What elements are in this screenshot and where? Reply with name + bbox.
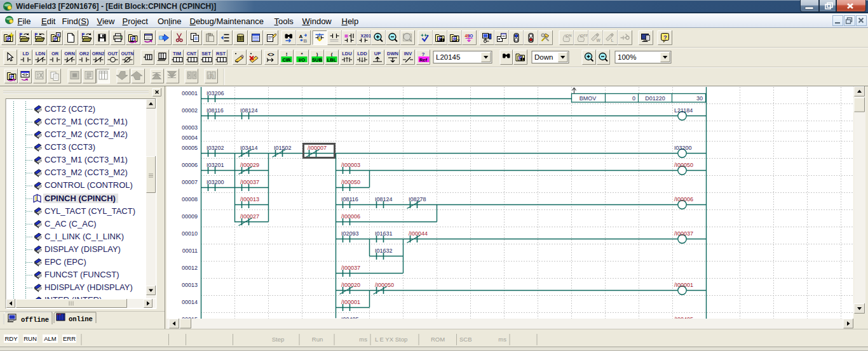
svg-text:DWN: DWN: [387, 51, 398, 56]
svg-text:/I00050: /I00050: [341, 179, 360, 185]
svg-text:CCT3_M2 (CCT3_M2): CCT3_M2 (CCT3_M2): [44, 168, 128, 177]
svg-text:I03200: I03200: [674, 145, 692, 151]
svg-text:<>: <>: [268, 51, 275, 58]
svg-text:00007: 00007: [182, 179, 198, 185]
svg-text:LDU: LDU: [342, 51, 351, 56]
svg-text:L: L: [611, 38, 614, 43]
svg-text:00008: 00008: [182, 196, 198, 202]
svg-text:UP: UP: [374, 51, 381, 56]
svg-text:00012: 00012: [182, 265, 198, 271]
svg-text:CIR: CIR: [283, 57, 292, 63]
svg-text:Ref: Ref: [419, 57, 428, 63]
svg-text:?: ?: [422, 51, 425, 57]
svg-text:OR: OR: [51, 51, 59, 56]
svg-text:LD: LD: [23, 51, 30, 56]
svg-text:ORN2: ORN2: [92, 51, 105, 56]
svg-text:100%: 100%: [618, 53, 636, 61]
svg-text:A: A: [299, 34, 303, 39]
svg-text:FUNCST (FUNCST): FUNCST (FUNCST): [44, 270, 119, 279]
svg-text:CCT3_M1 (CCT3_M1): CCT3_M1 (CCT3_M1): [44, 155, 128, 164]
svg-text:/I00006: /I00006: [341, 213, 360, 220]
svg-text:X201: X201: [361, 34, 371, 38]
svg-text:OUT: OUT: [108, 51, 118, 56]
svg-text:D01220: D01220: [645, 95, 665, 102]
svg-text:/I00037: /I00037: [341, 265, 360, 271]
svg-text:CCT3 (CCT3): CCT3 (CCT3): [44, 142, 95, 152]
svg-text:L E YX Stop: L E YX Stop: [375, 336, 407, 343]
svg-text:K: K: [57, 33, 60, 37]
svg-text:CCT2_M1 (CCT2_M1): CCT2_M1 (CCT2_M1): [44, 117, 128, 126]
svg-text:/I00006: /I00006: [674, 196, 693, 202]
svg-text:ms: ms: [359, 336, 367, 343]
svg-text:/I00020: /I00020: [341, 282, 360, 288]
svg-text:RST: RST: [216, 51, 226, 56]
svg-text:HDISPLAY (HDISPLAY): HDISPLAY (HDISPLAY): [44, 282, 133, 292]
svg-text:SET: SET: [201, 51, 211, 56]
svg-text:00013: 00013: [182, 282, 198, 288]
svg-text:LDD: LDD: [357, 51, 367, 56]
svg-text:L20145: L20145: [436, 53, 460, 61]
svg-text:CYL_TACT (CYL_TACT): CYL_TACT (CYL_TACT): [44, 206, 135, 216]
svg-text:00014: 00014: [182, 299, 198, 305]
svg-text:OR2: OR2: [79, 51, 89, 56]
svg-text:CNT: CNT: [187, 51, 197, 56]
svg-text:C_AC (C_AC): C_AC (C_AC): [44, 219, 97, 228]
svg-text:/I00037: /I00037: [240, 179, 259, 185]
svg-text:BMOV: BMOV: [580, 95, 597, 102]
svg-text:P: P: [35, 32, 38, 37]
svg-text:C_I_LINK (C_I_LINK): C_I_LINK (C_I_LINK): [44, 232, 124, 241]
svg-text:/I00044: /I00044: [409, 230, 428, 237]
svg-text:I/O: I/O: [299, 57, 305, 63]
svg-text:ROM: ROM: [431, 336, 445, 343]
svg-text:ALM: ALM: [44, 335, 57, 342]
svg-text:00003: 00003: [182, 124, 198, 131]
svg-text:RUN: RUN: [24, 335, 37, 342]
svg-text:00006: 00006: [182, 162, 198, 168]
svg-text:offline: offline: [21, 316, 49, 324]
svg-text:ORN: ORN: [64, 51, 75, 56]
svg-text:00010: 00010: [182, 230, 198, 237]
svg-text:W: W: [597, 38, 601, 43]
svg-text:Step: Step: [272, 336, 285, 343]
svg-text:SUB: SUB: [312, 57, 322, 63]
svg-text:ERR: ERR: [63, 335, 76, 342]
svg-text:00002: 00002: [182, 107, 198, 114]
svg-text:00009: 00009: [182, 213, 198, 220]
svg-text:LDN: LDN: [36, 51, 45, 56]
svg-text:RDY: RDY: [4, 335, 18, 342]
svg-text:0: 0: [632, 95, 635, 102]
svg-text:CCT2 (CCT2): CCT2 (CCT2): [44, 104, 95, 114]
svg-text:OUTN: OUTN: [121, 51, 134, 56]
svg-text:TIM: TIM: [173, 51, 181, 56]
svg-text:/I00013: /I00013: [240, 196, 259, 202]
svg-text:OFF: OFF: [581, 34, 588, 37]
svg-text:CONTROL (CONTROL): CONTROL (CONTROL): [44, 180, 133, 190]
svg-text:/I00037: /I00037: [674, 230, 693, 237]
svg-text:SCB: SCB: [459, 336, 472, 343]
svg-text:CCT2_M2 (CCT2_M2): CCT2_M2 (CCT2_M2): [44, 129, 128, 139]
svg-text:00001: 00001: [182, 90, 198, 96]
svg-text:Down: Down: [534, 53, 553, 61]
svg-text:Run: Run: [312, 336, 323, 343]
svg-text:ms: ms: [498, 336, 506, 343]
svg-text:online: online: [69, 315, 93, 323]
svg-text:(2): (2): [208, 73, 214, 79]
svg-text:CPINCH (CPINCH): CPINCH (CPINCH): [44, 194, 116, 203]
svg-text:XY: XY: [455, 39, 460, 43]
svg-text:): ): [316, 51, 318, 57]
svg-text:INV: INV: [404, 51, 412, 56]
svg-text:(: (: [331, 51, 333, 57]
svg-text:B: B: [304, 38, 308, 44]
svg-text:/I00050: /I00050: [375, 282, 394, 288]
svg-text:/I00003: /I00003: [341, 162, 360, 168]
svg-text:/I00027: /I00027: [240, 213, 259, 220]
svg-text:DISPLAY (DISPLAY): DISPLAY (DISPLAY): [44, 244, 121, 254]
svg-text:00005: 00005: [182, 145, 198, 151]
svg-text:/I00001: /I00001: [674, 282, 693, 288]
svg-text:00011: 00011: [182, 248, 198, 254]
svg-text:EPC (EPC): EPC (EPC): [44, 257, 86, 267]
svg-text:L21184: L21184: [674, 107, 693, 114]
svg-text:/I00001: /I00001: [341, 299, 360, 305]
svg-text:P: P: [20, 32, 23, 37]
svg-text:30: 30: [696, 95, 703, 102]
